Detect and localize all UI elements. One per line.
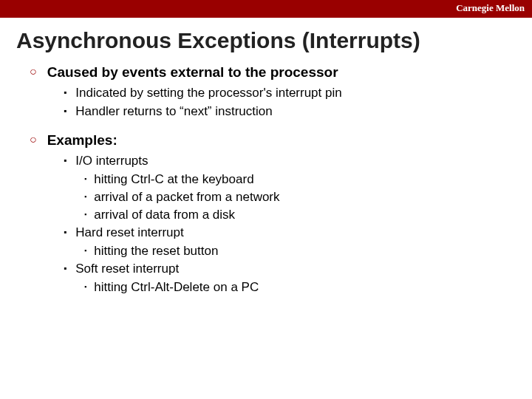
header-label: Carnegie Mellon: [456, 2, 525, 14]
sublist-item-text: hitting Ctrl-Alt-Delete on a PC: [94, 279, 259, 296]
sublist-item: ▪ hitting Ctrl-Alt-Delete on a PC: [84, 279, 532, 296]
section-heading-text: Examples:: [47, 132, 117, 149]
bullet-square: ▪: [64, 84, 66, 100]
list-item-text: Hard reset interrupt: [75, 224, 183, 241]
sublist: ▪ hitting the reset button: [84, 242, 532, 259]
section-heading: ○ Caused by events external to the proce…: [30, 64, 532, 81]
bullet-circle: ○: [30, 64, 37, 80]
slide-content: ○ Caused by events external to the proce…: [30, 64, 532, 296]
list-item: ▪ Soft reset interrupt: [64, 260, 532, 277]
slide-title: Asynchronous Exceptions (Interrupts): [16, 28, 532, 53]
bullet-circle: ○: [30, 132, 37, 148]
bullet-square: ▪: [64, 260, 66, 276]
bullet-small-square: ▪: [84, 171, 86, 187]
bullet-square: ▪: [64, 152, 66, 168]
bullet-small-square: ▪: [84, 279, 86, 295]
list-item-text: I/O interrupts: [75, 152, 148, 169]
list-item-text: Handler returns to “next” instruction: [75, 103, 272, 120]
sublist-item-text: arrival of a packet from a network: [94, 188, 279, 205]
sublist-item: ▪ arrival of data from a disk: [84, 206, 532, 223]
list-item: ▪ Handler returns to “next” instruction: [64, 103, 532, 120]
list-item: ▪ Indicated by setting the processor's i…: [64, 84, 532, 101]
bullet-small-square: ▪: [84, 188, 86, 205]
list-item-text: Soft reset interrupt: [75, 260, 179, 277]
section-heading: ○ Examples:: [30, 132, 532, 149]
sublist-item: ▪ hitting the reset button: [84, 242, 532, 259]
section-heading-text: Caused by events external to the process…: [47, 64, 338, 81]
sublist: ▪ hitting Ctrl-Alt-Delete on a PC: [84, 279, 532, 296]
sublist-item-text: hitting Ctrl-C at the keyboard: [94, 171, 253, 188]
sublist-item: ▪ hitting Ctrl-C at the keyboard: [84, 171, 532, 188]
list-item: ▪ Hard reset interrupt: [64, 224, 532, 241]
bullet-square: ▪: [64, 224, 66, 240]
list-item-text: Indicated by setting the processor's int…: [75, 84, 341, 101]
header-bar: Carnegie Mellon: [0, 0, 532, 18]
bullet-small-square: ▪: [84, 206, 86, 222]
sublist: ▪ hitting Ctrl-C at the keyboard ▪ arriv…: [84, 171, 532, 223]
bullet-square: ▪: [64, 103, 66, 119]
sublist-item-text: arrival of data from a disk: [94, 206, 235, 223]
list-item: ▪ I/O interrupts: [64, 152, 532, 169]
bullet-small-square: ▪: [84, 242, 86, 259]
sublist-item-text: hitting the reset button: [94, 242, 218, 259]
section-items: ▪ I/O interrupts ▪ hitting Ctrl-C at the…: [64, 152, 532, 296]
section-items: ▪ Indicated by setting the processor's i…: [64, 84, 532, 120]
sublist-item: ▪ arrival of a packet from a network: [84, 188, 532, 205]
